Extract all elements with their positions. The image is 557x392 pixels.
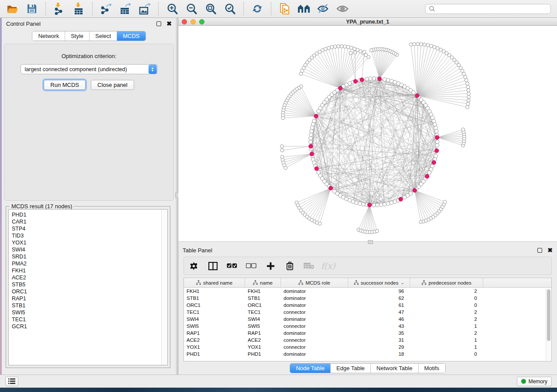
mcds-hub-node[interactable] [415,93,419,97]
network-node[interactable] [435,144,439,148]
network-node[interactable] [376,203,380,207]
mcds-hub-node[interactable] [413,188,417,192]
mcds-result-item[interactable]: GCR1 [12,323,161,330]
network-node[interactable] [386,78,390,82]
zoom-fit-icon[interactable] [202,1,219,16]
leaf-node[interactable] [429,44,433,48]
network-node[interactable] [390,79,394,83]
open-session-icon[interactable] [4,1,21,16]
mcds-result-item[interactable]: PHD1 [12,211,161,218]
leaf-node[interactable] [426,44,429,47]
mcds-hub-node[interactable] [309,144,313,148]
unselect-all-columns-icon[interactable] [246,261,256,271]
close-panel-button[interactable]: Close panel [91,80,134,90]
leaf-node[interactable] [346,45,350,49]
mcds-result-item[interactable]: ORC1 [12,288,161,295]
network-node[interactable] [309,137,313,141]
mcds-hub-node[interactable] [329,186,333,190]
mcds-result-item[interactable]: FKH1 [12,267,161,274]
float-panel-icon[interactable] [537,248,542,253]
table-row[interactable]: TEC1TEC1connector472 [184,309,551,316]
leaf-node[interactable] [464,76,467,79]
table-row[interactable]: STB1STB1dominator620 [184,295,551,302]
show-column-panel-icon[interactable] [208,261,218,271]
leaf-node[interactable] [349,46,353,49]
import-network-icon[interactable] [51,1,68,16]
table-scrollbar[interactable] [546,288,551,361]
leaf-node[interactable] [465,79,468,82]
network-node[interactable] [310,126,314,130]
export-table-icon[interactable] [117,1,134,16]
mcds-hub-node[interactable] [360,78,364,82]
tab-motifs[interactable]: Motifs [419,364,445,373]
leaf-node[interactable] [466,82,469,85]
mcds-hub-node[interactable] [377,77,381,81]
leaf-node[interactable] [432,45,436,49]
leaf-node[interactable] [340,45,343,48]
memory-button[interactable]: Memory [517,377,552,386]
mcds-result-item[interactable]: PMA2 [12,260,161,267]
mcds-hub-node[interactable] [399,197,403,201]
mcds-result-item[interactable]: SRD1 [12,253,161,260]
mcds-result-item[interactable]: SWI5 [12,309,161,316]
window-minimize-icon[interactable] [190,19,196,24]
leaf-node[interactable] [443,200,446,204]
panel-splitter-vertical[interactable] [176,18,178,375]
run-mcds-button[interactable]: Run MCDS [44,80,86,90]
network-node[interactable] [361,203,365,206]
mcds-hub-node[interactable] [310,152,314,156]
column-header-successor-nodes[interactable]: successor nodes⌄ [348,278,410,287]
network-node[interactable] [365,77,369,81]
network-window-titlebar[interactable]: YPA_prune.txt_1 [178,18,557,26]
network-node[interactable] [379,203,383,207]
network-node[interactable] [435,129,439,133]
network-node[interactable] [431,164,435,168]
network-canvas[interactable] [178,26,557,241]
table-row[interactable]: RAP1RAP1dominator352 [184,330,551,337]
hide-selected-icon[interactable] [315,1,332,16]
network-node[interactable] [309,133,313,137]
mcds-hub-node[interactable] [315,167,318,171]
create-column-icon[interactable] [265,261,276,271]
leaf-node[interactable] [353,51,357,54]
network-node[interactable] [369,77,373,81]
table-row[interactable]: FKH1FKH1dominator962 [184,288,551,295]
search-field[interactable] [425,4,551,14]
tab-network-table[interactable]: Network Table [371,364,419,373]
leaf-node[interactable] [284,166,287,170]
network-node[interactable] [434,126,438,130]
show-all-icon[interactable] [334,1,351,16]
network-node[interactable] [409,192,413,196]
select-all-columns-icon[interactable] [227,261,237,271]
network-node[interactable] [355,201,359,205]
mcds-hub-node[interactable] [425,174,429,178]
refresh-layout-icon[interactable] [249,1,266,16]
column-header-shared-name[interactable]: shared name [184,278,245,287]
mcds-result-item[interactable]: SWI4 [12,246,161,253]
leaf-node[interactable] [327,46,330,50]
leaf-node[interactable] [337,45,340,48]
window-close-icon[interactable] [182,19,187,24]
mcds-result-item[interactable]: YOX1 [12,239,161,246]
leaf-node[interactable] [419,42,423,46]
leaf-node[interactable] [423,43,426,46]
network-node[interactable] [434,154,438,158]
table-row[interactable]: YOX1YOX1connector291 [184,344,551,351]
panel-splitter-horizontal[interactable] [178,241,557,244]
table-settings-icon[interactable] [188,261,199,271]
table-row[interactable]: ORC1ORC1dominator610 [184,302,551,309]
mcds-hub-node[interactable] [314,114,318,118]
search-input[interactable] [438,6,547,12]
column-header-name[interactable]: name [245,278,281,287]
leaf-node[interactable] [466,106,469,109]
clone-network-icon[interactable] [277,1,293,16]
leaf-node[interactable] [280,144,284,148]
leaf-node[interactable] [363,50,366,54]
splitter-grip[interactable] [368,240,373,244]
tab-mcds[interactable]: MCDS [117,31,145,41]
leaf-node[interactable] [416,42,419,46]
table-row[interactable]: SWI4SWI4dominator462 [184,316,551,323]
mcds-result-item[interactable]: TID3 [12,232,161,239]
criterion-dropdown[interactable]: largest connected component (undirected)… [21,64,158,74]
leaf-node[interactable] [330,45,334,49]
